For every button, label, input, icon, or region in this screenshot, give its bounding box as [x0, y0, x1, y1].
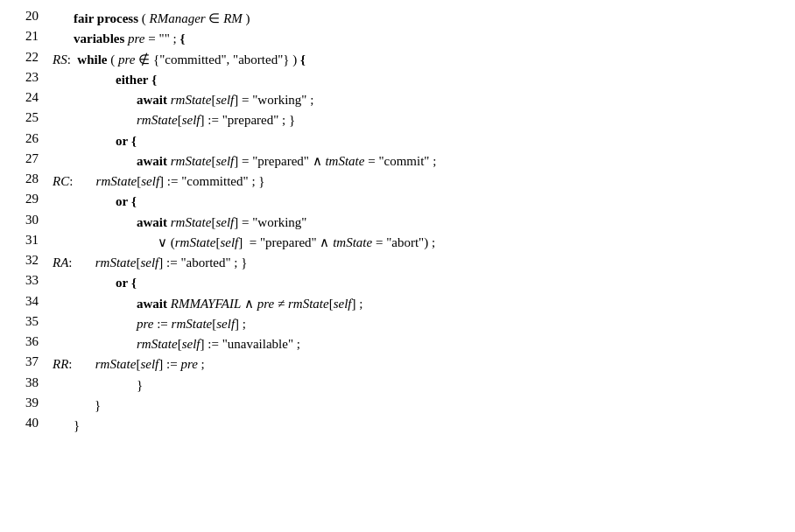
line-content-31: ∨ (rmState[self] = "prepared" ∧ tmState … — [53, 233, 777, 253]
line-content-40: } — [53, 416, 777, 436]
line-number-37: 37 — [18, 354, 53, 374]
code-line-36: 36 rmState[self] := "unavailable" ; — [18, 334, 777, 354]
line-number-25: 25 — [18, 110, 53, 130]
code-line-20: 20 fair process ( RManager ∈ RM ) — [18, 9, 777, 29]
code-line-28: 28 RC: rmState[self] := "committed" ; } — [18, 172, 777, 192]
line-number-21: 21 — [18, 29, 53, 49]
line-number-29: 29 — [18, 192, 53, 212]
line-content-38: } — [53, 375, 777, 396]
code-line-27: 27 await rmState[self] = "prepared" ∧ tm… — [18, 151, 777, 172]
line-number-26: 26 — [18, 131, 53, 151]
line-number-35: 35 — [18, 314, 53, 334]
code-line-30: 30 await rmState[self] = "working" — [18, 213, 777, 233]
line-number-22: 22 — [18, 50, 53, 70]
code-line-33: 33 or { — [18, 273, 777, 293]
line-content-23: either { — [53, 70, 777, 90]
line-number-27: 27 — [18, 151, 53, 172]
line-content-27: await rmState[self] = "prepared" ∧ tmSta… — [53, 151, 777, 172]
code-line-29: 29 or { — [18, 192, 777, 212]
line-number-36: 36 — [18, 334, 53, 354]
line-number-33: 33 — [18, 273, 53, 293]
code-line-22: 22 RS: while ( pre ∉ {"committed", "abor… — [18, 50, 777, 70]
line-number-40: 40 — [18, 416, 53, 436]
code-line-34: 34 await RMMAYFAIL ∧ pre ≠ rmState[self]… — [18, 294, 777, 314]
line-content-25: rmState[self] := "prepared" ; } — [53, 110, 777, 130]
line-content-22: RS: while ( pre ∉ {"committed", "aborted… — [53, 50, 777, 70]
line-content-26: or { — [53, 131, 777, 151]
line-content-35: pre := rmState[self] ; — [53, 314, 777, 334]
line-number-28: 28 — [18, 172, 53, 192]
line-content-29: or { — [53, 192, 777, 212]
line-content-20: fair process ( RManager ∈ RM ) — [53, 9, 777, 29]
line-content-33: or { — [53, 273, 777, 293]
line-content-39: } — [53, 396, 777, 416]
code-block: 20 fair process ( RManager ∈ RM ) 21 var… — [18, 9, 777, 436]
line-content-34: await RMMAYFAIL ∧ pre ≠ rmState[self] ; — [53, 294, 777, 314]
line-number-39: 39 — [18, 396, 53, 416]
line-content-24: await rmState[self] = "working" ; — [53, 90, 777, 110]
code-line-24: 24 await rmState[self] = "working" ; — [18, 90, 777, 110]
code-line-23: 23 either { — [18, 70, 777, 90]
line-content-30: await rmState[self] = "working" — [53, 213, 777, 233]
line-content-21: variables pre = "" ; { — [53, 29, 777, 49]
line-number-31: 31 — [18, 233, 53, 253]
line-content-37: RR: rmState[self] := pre ; — [53, 354, 777, 374]
code-line-32: 32 RA: rmState[self] := "aborted" ; } — [18, 253, 777, 273]
line-number-32: 32 — [18, 253, 53, 273]
line-number-20: 20 — [18, 9, 53, 29]
line-number-34: 34 — [18, 294, 53, 314]
code-line-38: 38 } — [18, 375, 777, 396]
code-line-35: 35 pre := rmState[self] ; — [18, 314, 777, 334]
line-number-23: 23 — [18, 70, 53, 90]
line-number-24: 24 — [18, 90, 53, 110]
code-line-39: 39 } — [18, 396, 777, 416]
code-line-37: 37 RR: rmState[self] := pre ; — [18, 354, 777, 374]
line-content-36: rmState[self] := "unavailable" ; — [53, 334, 777, 354]
line-content-28: RC: rmState[self] := "committed" ; } — [53, 172, 777, 192]
code-line-31: 31 ∨ (rmState[self] = "prepared" ∧ tmSta… — [18, 233, 777, 253]
code-line-25: 25 rmState[self] := "prepared" ; } — [18, 110, 777, 130]
code-line-40: 40 } — [18, 416, 777, 436]
code-line-21: 21 variables pre = "" ; { — [18, 29, 777, 49]
line-number-38: 38 — [18, 375, 53, 396]
line-number-30: 30 — [18, 213, 53, 233]
code-line-26: 26 or { — [18, 131, 777, 151]
line-content-32: RA: rmState[self] := "aborted" ; } — [53, 253, 777, 273]
